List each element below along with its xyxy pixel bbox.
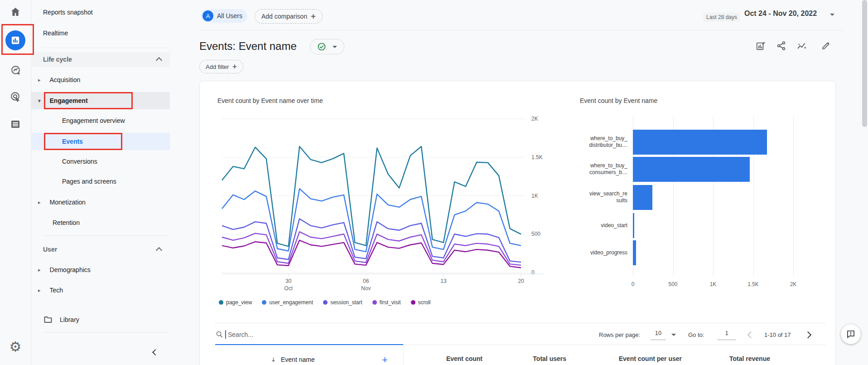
date-range-label: Oct 24 - Nov 20, 2022 [744,10,817,17]
bar-x-axis-label: 2K [784,281,802,287]
page-range-label: 1-10 of 17 [764,331,791,338]
legend-item-page_view[interactable]: page_view [219,299,252,306]
bar-category-label: where_to_buy_consumers_b… [571,162,627,176]
sidebar-item-label: Pages and screens [62,178,116,185]
column-header-event-name[interactable]: Event name [281,356,315,363]
bar-video_start[interactable] [633,213,634,238]
bar-x-axis-label: 0 [624,281,642,287]
sidebar-item-acquisition[interactable]: ▸Acquisition [38,72,80,88]
legend-item-session_start[interactable]: session_start [323,299,362,306]
legend-dot-icon [411,300,415,305]
column-header-event-count-per-user[interactable]: Event count per user [619,355,682,365]
bar-x-axis-label: 1.5K [744,281,762,287]
column-header-total-revenue[interactable]: Total revenue [729,355,770,365]
bar-where_to_buy_consumers_b…[interactable] [633,157,750,182]
advertising-icon[interactable] [0,91,31,102]
search-icon [216,331,223,340]
collapse-sidebar-icon[interactable] [152,349,159,355]
bar-view_search_results[interactable] [633,185,652,210]
sidebar-item-events[interactable]: Events [62,133,83,150]
expand-arrow-icon[interactable]: ▸ [38,77,41,83]
date-preset-badge: Last 28 days [703,13,740,22]
sidebar-item-realtime[interactable]: Realtime [43,25,68,41]
y-axis-label: 2K [531,116,538,122]
text-cursor [225,330,226,339]
sort-descending-icon[interactable] [270,356,277,365]
goto-label: Go to: [688,331,704,338]
legend-dot-icon [262,300,266,305]
section-label: User [43,246,57,253]
series-line-scroll [222,240,521,268]
sidebar-item-demographics[interactable]: ▸Demographics [38,262,91,278]
sidebar-divider [43,48,170,48]
reports-icon[interactable] [0,30,31,50]
add-filter-label: Add filter [206,63,229,70]
column-header-total-users[interactable]: Total users [533,355,566,365]
collapse-section-icon[interactable] [156,247,162,253]
section-header-user[interactable]: User [43,241,57,258]
legend-item-scroll[interactable]: scroll [411,299,431,306]
sidebar-item-pages-and-screens[interactable]: Pages and screens [62,173,116,190]
bar-where_to_buy_distributor_bu…[interactable] [633,130,767,155]
add-filter-button[interactable]: Add filter+ [199,60,243,73]
plus-icon: + [311,12,316,21]
add-comparison-button[interactable]: Add comparison+ [255,9,323,24]
edit-pencil-icon[interactable] [821,41,831,53]
sidebar-divider [43,235,170,236]
legend-label: session_start [330,299,362,306]
date-caret-icon[interactable] [830,14,834,16]
feedback-button[interactable] [841,324,861,344]
x-axis-label: 06 [363,278,369,284]
goto-input[interactable]: 1 [717,330,736,340]
section-header-life-cycle[interactable]: Life cycle [43,51,72,68]
legend-item-first_visit[interactable]: first_visit [372,299,401,306]
y-axis-label: 500 [531,231,540,237]
legend-item-user_engagement[interactable]: user_engagement [262,299,313,306]
app-rail: ⚙ [0,0,31,365]
collapse-arrow-icon[interactable]: ▾ [38,98,41,104]
expand-arrow-icon[interactable]: ▸ [38,287,41,293]
y-axis-label: 1K [531,193,538,199]
date-range-picker[interactable]: Oct 24 - Nov 20, 2022 [744,10,817,18]
bar-category-label: video_start [571,222,627,229]
rows-per-page-select[interactable]: 10 [651,330,666,340]
all-users-chip[interactable]: A All Users [201,9,247,23]
sidebar-item-library[interactable]: Library [43,311,79,328]
admin-list-icon[interactable] [0,119,31,130]
sidebar-item-tech[interactable]: ▸Tech [38,282,63,298]
settings-gear-icon[interactable]: ⚙ [0,339,31,355]
explore-icon[interactable] [0,65,31,76]
sidebar-item-conversions[interactable]: Conversions [62,153,97,170]
column-header-event-count[interactable]: Event count [446,355,482,365]
bar-gridline [793,116,794,277]
expand-arrow-icon[interactable]: ▸ [38,267,41,273]
avatar: A [203,10,213,21]
scrollbar-thumb[interactable] [862,0,867,127]
y-axis-label: 1.5K [531,154,543,161]
check-circle-icon [317,42,326,51]
sidebar-item-monetization[interactable]: ▸Monetization [38,194,86,210]
home-icon[interactable] [0,6,31,17]
bar-video_progress[interactable] [633,240,636,265]
table-header-divider [403,345,826,345]
series-line-first_visit [222,232,521,265]
legend-label: scroll [418,299,431,306]
chevron-down-icon [333,46,337,48]
report-quality-badge[interactable] [310,39,344,54]
line-chart[interactable]: 05001K1.5K2K30Oct06Nov1320 [208,91,557,304]
add-dimension-button[interactable]: + [382,354,388,365]
expand-arrow-icon[interactable]: ▸ [38,200,41,205]
sidebar-item-reports-snapshot[interactable]: Reports snapshot [43,4,93,20]
sidebar-item-engagement-overview[interactable]: Engagement overview [62,112,125,129]
bar-chart[interactable]: 05001K1.5K2Kwhere_to_buy_distributor_bu…… [571,113,825,295]
search-input[interactable]: Search... [228,331,253,338]
sidebar-item-engagement[interactable]: ▾Engagement [38,92,88,109]
customize-report-icon[interactable] [756,41,766,53]
search-underline [215,344,403,345]
rows-per-page-caret-icon[interactable] [671,334,676,336]
share-icon[interactable] [776,41,786,53]
insights-icon[interactable] [796,41,807,54]
sidebar-item-label: Monetization [50,199,86,206]
reports-icon-active-circle [5,30,25,50]
sidebar-item-retention[interactable]: Retention [53,214,80,231]
